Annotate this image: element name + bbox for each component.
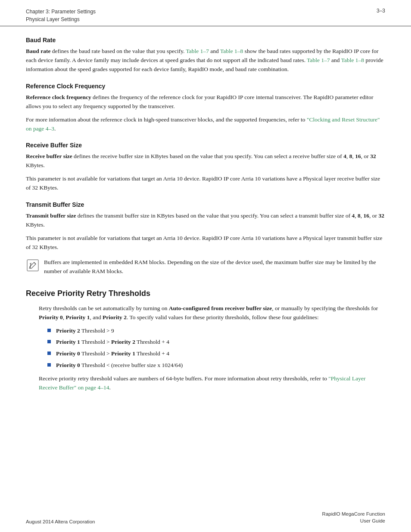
list-item: Priority 0 Threshold > Priority 1 Thresh… [39, 349, 385, 358]
table-1-8-link-1[interactable]: Table 1–8 [220, 48, 243, 54]
priority-1-label-2: Priority 1 [56, 339, 80, 345]
tb-size-32: 32 [378, 212, 384, 219]
priority-2-label-2: Priority 2 [111, 339, 135, 345]
tb-size-4: 4 [352, 212, 355, 219]
transmit-buffer-heading: Transmit Buffer Size [26, 201, 385, 208]
transmit-buffer-bold: Transmit buffer size [26, 212, 76, 219]
guideline-2-text: Priority 1 Threshold > Priority 2 Thresh… [56, 338, 169, 347]
receive-buffer-para1: Receive buffer size defines the receive … [26, 152, 385, 170]
table-1-7-link-1[interactable]: Table 1–7 [186, 48, 209, 54]
baud-rate-para1: Baud rate defines the baud rate based on… [26, 47, 385, 74]
header-left: Chapter 3: Parameter Settings Physical L… [26, 8, 96, 23]
transmit-buffer-para2: This parameter is not available for vari… [26, 234, 385, 252]
page: Chapter 3: Parameter Settings Physical L… [0, 0, 411, 532]
ref-clock-heading: Reference Clock Frequency [26, 83, 385, 90]
list-item: Priority 1 Threshold > Priority 2 Thresh… [39, 338, 385, 347]
guidelines-list: Priority 2 Threshold > 9 Priority 1 Thre… [39, 327, 385, 370]
ref-clock-bold: Reference clock frequency [26, 94, 91, 100]
footer-doc-type: User Guide [322, 517, 385, 524]
header-page-number: 3–3 [377, 8, 385, 14]
priority-thresholds-footer: Receive priority retry threshold values … [39, 374, 385, 392]
header-chapter: Chapter 3: Parameter Settings [26, 8, 96, 16]
note-pencil-icon: 1 [26, 259, 39, 272]
rb-size-8: 8 [349, 153, 352, 159]
clocking-reset-link[interactable]: "Clocking and Reset Structure" on page 4… [26, 116, 380, 132]
transmit-buffer-para1: Transmit buffer size defines the transmi… [26, 212, 385, 230]
list-item: Priority 0 Threshold < (receive buffer s… [39, 361, 385, 370]
note-text: Buffers are implemented in embedded RAM … [44, 258, 385, 276]
priority-0-label-4: Priority 0 [56, 362, 80, 368]
rb-size-32: 32 [370, 153, 376, 159]
footer-left: August 2014 Altera Corporation [26, 519, 95, 524]
ref-clock-para2: For more information about the reference… [26, 115, 385, 134]
baud-rate-bold: Baud rate [26, 48, 50, 54]
header-section: Physical Layer Settings [26, 16, 96, 23]
rb-size-4: 4 [343, 153, 346, 159]
ref-clock-para1: Reference clock frequency defines the fr… [26, 93, 385, 111]
guideline-1-text: Priority 2 Threshold > 9 [56, 327, 114, 336]
receive-buffer-para2: This parameter is not available for vari… [26, 174, 385, 193]
priority-0-bold: Priority 0 [39, 314, 63, 320]
rb-size-16: 16 [355, 153, 361, 159]
bullet-icon [47, 340, 51, 343]
priority-1-label-3: Priority 1 [111, 350, 135, 357]
table-1-8-link-2[interactable]: Table 1–8 [341, 57, 364, 63]
main-content: Baud Rate Baud rate defines the baud rat… [0, 26, 411, 414]
priority-0-label-3: Priority 0 [56, 350, 80, 357]
priority-thresholds-content: Retry thresholds can be set automaticall… [26, 304, 385, 392]
priority-thresholds-intro: Retry thresholds can be set automaticall… [39, 304, 385, 322]
priority-2-bold: Priority 2 [103, 314, 127, 320]
footer-product: RapidIO MegaCore Function [322, 510, 385, 517]
baud-rate-heading: Baud Rate [26, 37, 385, 44]
priority-1-bold: Priority 1 [66, 314, 90, 320]
table-1-7-link-2[interactable]: Table 1–7 [307, 57, 330, 63]
tb-size-8: 8 [358, 212, 361, 219]
page-header: Chapter 3: Parameter Settings Physical L… [0, 0, 411, 26]
receive-buffer-bold: Receive buffer size [26, 153, 72, 159]
footer-right: RapidIO MegaCore Function User Guide [322, 510, 385, 524]
note-icon: 1 [26, 259, 40, 274]
bullet-icon [47, 352, 51, 355]
guideline-4-text: Priority 0 Threshold < (receive buffer s… [56, 361, 183, 370]
auto-configured-bold: Auto-configured from receiver buffer siz… [169, 305, 272, 311]
tb-size-16: 16 [364, 212, 370, 219]
priority-2-label-1: Priority 2 [56, 327, 80, 334]
priority-thresholds-heading: Receive Priority Retry Thresholds [26, 289, 385, 298]
bullet-icon [47, 329, 51, 332]
list-item: Priority 2 Threshold > 9 [39, 327, 385, 336]
receive-buffer-heading: Receive Buffer Size [26, 142, 385, 149]
guideline-3-text: Priority 0 Threshold > Priority 1 Thresh… [56, 349, 169, 358]
note-block: 1 Buffers are implemented in embedded RA… [26, 258, 385, 276]
bullet-icon [47, 363, 51, 367]
page-footer: August 2014 Altera Corporation RapidIO M… [26, 510, 385, 524]
physical-layer-receive-buffer-link[interactable]: "Physical Layer Receive Buffer" on page … [39, 375, 365, 391]
